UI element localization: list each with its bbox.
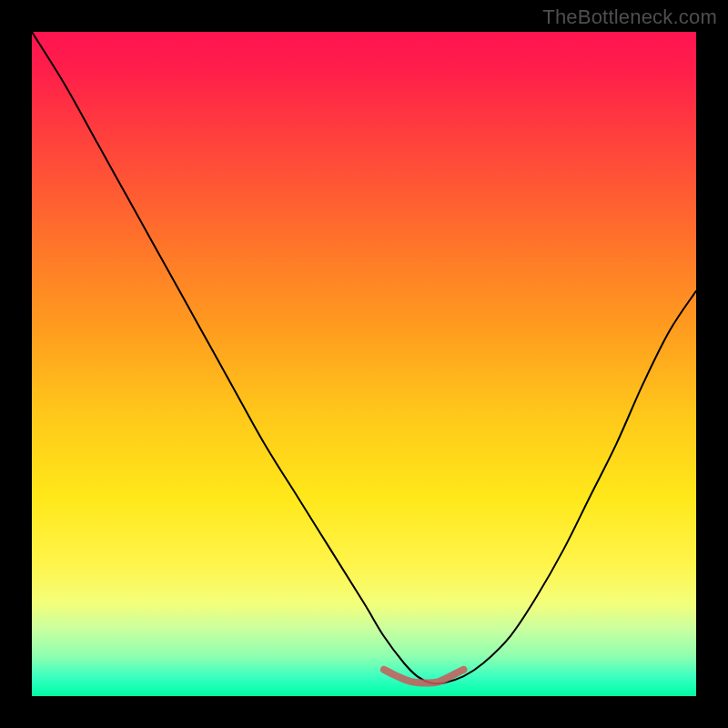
plot-area bbox=[32, 32, 696, 696]
curve-layer bbox=[32, 32, 696, 696]
bottleneck-curve bbox=[32, 32, 696, 683]
chart-frame: TheBottleneck.com bbox=[0, 0, 728, 728]
watermark-text: TheBottleneck.com bbox=[542, 5, 717, 29]
